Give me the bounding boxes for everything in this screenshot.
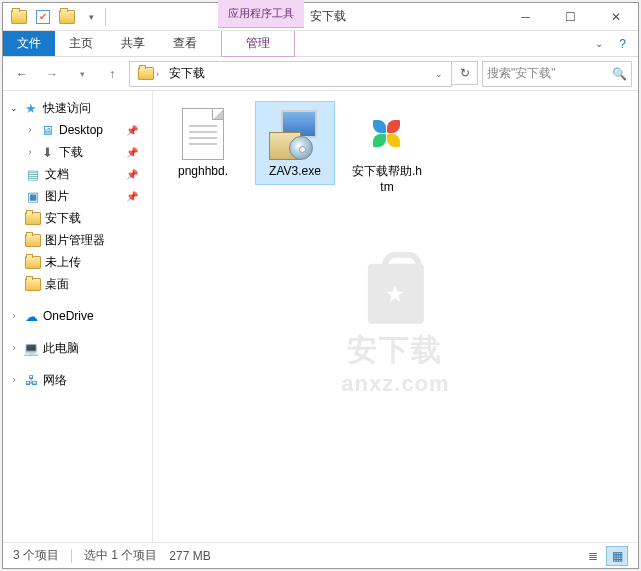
folder-icon <box>25 256 41 269</box>
tree-label: 文档 <box>45 166 69 183</box>
tree-label: 此电脑 <box>43 340 79 357</box>
explorer-window: ✔ ▾ 应用程序工具 安下载 ─ ☐ ✕ 文件 主页 共享 查看 管理 ⌄ ? … <box>2 2 639 569</box>
file-name: 安下载帮助.htm <box>352 164 422 195</box>
minimize-button[interactable]: ─ <box>503 3 548 31</box>
breadcrumb-dropdown-icon[interactable]: ⌄ <box>431 69 447 79</box>
search-placeholder: 搜索"安下载" <box>487 65 612 82</box>
folder-icon <box>25 234 41 247</box>
ribbon-help-icon[interactable]: ? <box>611 31 634 56</box>
nav-up-button[interactable]: ↑ <box>99 61 125 87</box>
tree-item-folder[interactable]: 桌面 <box>3 273 152 295</box>
file-item[interactable]: ZAV3.exe <box>255 101 335 185</box>
ribbon-tab-share[interactable]: 共享 <box>107 31 159 56</box>
tree-this-pc[interactable]: ›💻此电脑 <box>3 337 152 359</box>
tree-label: Desktop <box>59 123 103 137</box>
body: ⌄ ★ 快速访问 ›🖥Desktop📌 ›⬇下载📌 ▤文档📌 ▣图片📌 安下载 … <box>3 91 638 542</box>
desktop-icon: 🖥 <box>39 122 55 138</box>
qat-properties-icon[interactable]: ✔ <box>33 7 53 27</box>
download-icon: ⬇ <box>39 144 55 160</box>
breadcrumb[interactable]: › 安下载 ⌄ <box>129 61 452 87</box>
tree-item-desktop[interactable]: ›🖥Desktop📌 <box>3 119 152 141</box>
file-exe-icon <box>267 106 323 162</box>
watermark-text: 安下载 <box>347 329 443 370</box>
folder-icon <box>25 212 41 225</box>
ribbon-tab-file[interactable]: 文件 <box>3 31 55 56</box>
folder-icon <box>25 278 41 291</box>
window-title: 安下载 <box>310 8 346 25</box>
view-details-button[interactable]: ≣ <box>582 546 604 566</box>
close-button[interactable]: ✕ <box>593 3 638 31</box>
file-item[interactable]: pnghhbd. <box>163 101 243 185</box>
tree-arrow-icon[interactable]: › <box>9 343 19 353</box>
tree-label: 网络 <box>43 372 67 389</box>
nav-back-button[interactable]: ← <box>9 61 35 87</box>
app-folder-icon[interactable] <box>9 7 29 27</box>
watermark-url: anxz.com <box>341 370 449 396</box>
star-icon: ★ <box>23 100 39 116</box>
file-htm-icon <box>359 106 415 162</box>
tree-arrow-icon[interactable]: › <box>9 375 19 385</box>
qat-newfolder-icon[interactable] <box>57 7 77 27</box>
ribbon-tab-view[interactable]: 查看 <box>159 31 211 56</box>
status-selection: 选中 1 个项目 <box>84 547 157 564</box>
tree-onedrive[interactable]: ›☁OneDrive <box>3 305 152 327</box>
tree-label: 图片管理器 <box>45 232 105 249</box>
ribbon-expand-icon[interactable]: ⌄ <box>587 31 611 56</box>
ribbon-tab-home[interactable]: 主页 <box>55 31 107 56</box>
tree-item-pictures[interactable]: ▣图片📌 <box>3 185 152 207</box>
tree-label: 下载 <box>59 144 83 161</box>
document-icon: ▤ <box>25 166 41 182</box>
file-item[interactable]: 安下载帮助.htm <box>347 101 427 200</box>
tree-item-folder[interactable]: 安下载 <box>3 207 152 229</box>
pin-icon: 📌 <box>126 125 138 136</box>
tree-label: 图片 <box>45 188 69 205</box>
ribbon-tab-manage[interactable]: 管理 <box>221 31 295 57</box>
file-name: ZAV3.exe <box>269 164 321 180</box>
ribbon-tabs: 文件 主页 共享 查看 管理 ⌄ ? <box>3 31 638 57</box>
watermark-shield-icon <box>367 263 423 323</box>
tree-label: 桌面 <box>45 276 69 293</box>
file-list-pane[interactable]: 安下载 anxz.com pnghhbd. ZAV3.exe 安下载帮助 <box>153 91 638 542</box>
nav-recent-dropdown[interactable]: ▾ <box>69 61 95 87</box>
tree-item-documents[interactable]: ▤文档📌 <box>3 163 152 185</box>
status-bar: 3 个项目 选中 1 个项目 277 MB ≣ ▦ <box>3 542 638 568</box>
tree-label: 安下载 <box>45 210 81 227</box>
breadcrumb-segment[interactable]: 安下载 <box>165 62 209 86</box>
pin-icon: 📌 <box>126 169 138 180</box>
tree-network[interactable]: ›🖧网络 <box>3 369 152 391</box>
tree-item-folder[interactable]: 图片管理器 <box>3 229 152 251</box>
tree-label: OneDrive <box>43 309 94 323</box>
tree-item-folder[interactable]: 未上传 <box>3 251 152 273</box>
maximize-button[interactable]: ☐ <box>548 3 593 31</box>
tree-arrow-icon[interactable]: › <box>9 311 19 321</box>
cloud-icon: ☁ <box>23 308 39 324</box>
address-bar-row: ← → ▾ ↑ › 安下载 ⌄ ↻ 搜索"安下载" 🔍 <box>3 57 638 91</box>
tree-item-downloads[interactable]: ›⬇下载📌 <box>3 141 152 163</box>
tree-label: 快速访问 <box>43 100 91 117</box>
breadcrumb-root-icon[interactable]: › <box>134 62 163 86</box>
separator <box>105 8 106 26</box>
tree-arrow-icon[interactable]: ⌄ <box>9 103 19 113</box>
search-input[interactable]: 搜索"安下载" 🔍 <box>482 61 632 87</box>
status-item-count: 3 个项目 <box>13 547 59 564</box>
view-large-icons-button[interactable]: ▦ <box>606 546 628 566</box>
file-name: pnghhbd. <box>178 164 228 180</box>
search-icon: 🔍 <box>612 67 627 81</box>
refresh-button[interactable]: ↻ <box>452 61 478 85</box>
computer-icon: 💻 <box>23 340 39 356</box>
nav-forward-button[interactable]: → <box>39 61 65 87</box>
nav-pane: ⌄ ★ 快速访问 ›🖥Desktop📌 ›⬇下载📌 ▤文档📌 ▣图片📌 安下载 … <box>3 91 153 542</box>
tree-arrow-icon[interactable]: › <box>25 147 35 157</box>
tree-quick-access[interactable]: ⌄ ★ 快速访问 <box>3 97 152 119</box>
network-icon: 🖧 <box>23 372 39 388</box>
tree-label: 未上传 <box>45 254 81 271</box>
titlebar: ✔ ▾ 应用程序工具 安下载 ─ ☐ ✕ <box>3 3 638 31</box>
qat-dropdown-icon[interactable]: ▾ <box>81 7 101 27</box>
picture-icon: ▣ <box>25 188 41 204</box>
pin-icon: 📌 <box>126 191 138 202</box>
status-size: 277 MB <box>169 549 210 563</box>
watermark: 安下载 anxz.com <box>341 263 449 396</box>
breadcrumb-label: 安下载 <box>169 65 205 82</box>
tree-arrow-icon[interactable]: › <box>25 125 35 135</box>
pin-icon: 📌 <box>126 147 138 158</box>
